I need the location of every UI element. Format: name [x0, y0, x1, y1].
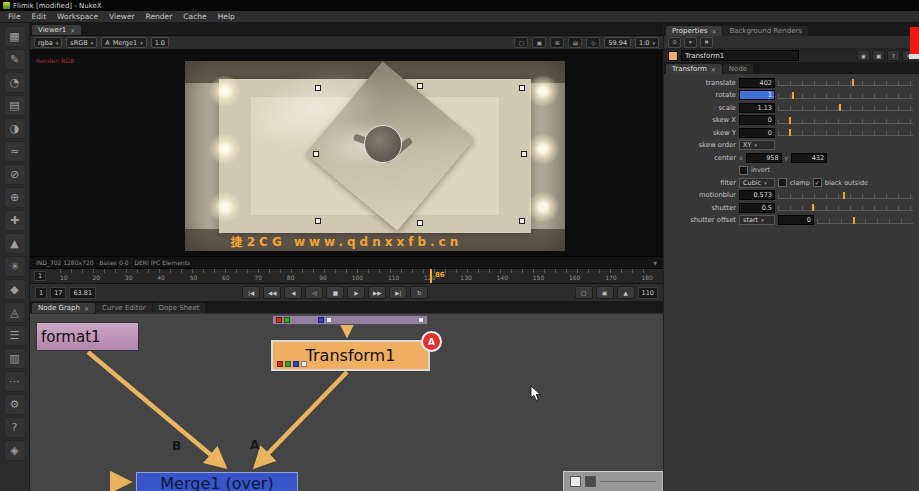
transport-field-0[interactable]: 1 [35, 287, 47, 299]
close-icon[interactable]: ✕ [711, 28, 716, 35]
expand-all-icon[interactable]: ▾ [684, 37, 697, 48]
loop-button[interactable]: ↻ [410, 286, 428, 299]
playhead[interactable] [430, 269, 432, 283]
close-icon[interactable]: ✕ [70, 27, 75, 34]
merge-icon[interactable]: ⊕ [4, 187, 26, 208]
keyer-icon[interactable]: ⊘ [4, 164, 26, 185]
menu-edit[interactable]: Edit [32, 12, 47, 21]
stop-button[interactable]: ■ [326, 286, 344, 299]
transport-right-field-0[interactable]: 110 [638, 287, 658, 299]
properties-tab-properties[interactable]: Properties✕ [666, 26, 722, 36]
param-tab-node[interactable]: Node [723, 64, 753, 74]
filter-icon[interactable]: ≈ [4, 141, 26, 162]
time-icon[interactable]: ◔ [4, 72, 26, 93]
views-icon[interactable]: ◬ [4, 302, 26, 323]
param-dropdown[interactable]: XY▾ [739, 140, 775, 150]
viewer-stage[interactable]: Render: RGB [30, 49, 663, 256]
play-forward-button[interactable]: ▶ [347, 286, 365, 299]
prev-keyframe-button[interactable]: ◀◀ [263, 286, 281, 299]
other-icon[interactable]: ⋯ [4, 371, 26, 392]
viewer-select-srgb[interactable]: sRGB▾ [66, 37, 97, 48]
node-merge1[interactable]: Merge1 (over) [136, 472, 298, 491]
frame-range-icon[interactable]: ▣ [596, 286, 614, 299]
gain-field[interactable]: 1.0 [151, 37, 169, 48]
mini-preview-window[interactable] [563, 471, 663, 491]
slider-handle[interactable] [792, 92, 794, 99]
slider-handle[interactable] [852, 79, 854, 86]
transform-handle[interactable] [519, 218, 525, 224]
extra-icon[interactable]: ◈ [4, 440, 26, 461]
deep-icon[interactable]: ◆ [4, 279, 26, 300]
param-value-field[interactable]: 1.13 [739, 103, 775, 113]
slider-handle[interactable] [789, 129, 791, 136]
menu-help[interactable]: Help [218, 12, 235, 21]
viewer-input-select[interactable]: AMerge1▾ [101, 37, 146, 48]
param-tab-transform[interactable]: Transform✕ [666, 64, 722, 74]
nodegraph-tab-node-graph[interactable]: Node Graph✕ [32, 303, 95, 313]
menu-viewer[interactable]: Viewer [109, 12, 135, 21]
transform-handle[interactable] [417, 83, 423, 89]
param-slider[interactable] [778, 103, 913, 112]
viewer-toolbar-icon-2[interactable]: ⊞ [550, 37, 564, 48]
nodegraph-tab-dope-sheet[interactable]: Dope Sheet [153, 303, 206, 313]
node-channels-bar[interactable] [272, 315, 428, 325]
settings-icon[interactable]: ⚙ [4, 394, 26, 415]
param-checkbox[interactable] [778, 178, 787, 187]
node-color-chip[interactable] [668, 51, 678, 61]
node-transform1[interactable]: Transform1 [271, 340, 430, 371]
param-slider[interactable] [778, 203, 913, 212]
zoom-select[interactable]: 1:0▾ [635, 37, 659, 48]
toolsets-icon[interactable]: ▥ [4, 348, 26, 369]
param-value-field[interactable]: 958 [746, 153, 782, 163]
go-start-button[interactable]: |◀ [242, 286, 260, 299]
param-value-field[interactable]: 1 [739, 90, 775, 100]
param-checkbox[interactable] [739, 166, 748, 175]
transform-handle[interactable] [315, 85, 321, 91]
close-icon[interactable]: ✕ [711, 66, 716, 73]
node-format1[interactable]: format1 [36, 322, 139, 351]
metadata-icon[interactable]: ☰ [4, 325, 26, 346]
param-dropdown[interactable]: start▾ [739, 215, 775, 225]
range-lock-icon[interactable]: ▢ [575, 286, 593, 299]
transform-icon[interactable]: ✚ [4, 210, 26, 231]
center-node-icon[interactable]: ◉ [857, 50, 870, 61]
param-value-field[interactable]: 0 [778, 215, 814, 225]
param-value-field[interactable]: 0 [739, 115, 775, 125]
viewer-toolbar-icon-4[interactable]: ◇ [586, 37, 600, 48]
properties-tab-background-renders[interactable]: Background Renders [723, 26, 808, 36]
transport-field-2[interactable]: 63.81 [69, 287, 96, 299]
param-value-field[interactable]: 402 [739, 78, 775, 88]
float-panel-icon[interactable]: ▣ [872, 50, 885, 61]
param-value-field[interactable]: 0.573 [739, 190, 775, 200]
step-forward-button[interactable]: ▶▶ [368, 286, 386, 299]
slider-handle[interactable] [853, 217, 855, 224]
transform-handle[interactable] [417, 220, 423, 226]
draw-icon[interactable]: ✎ [4, 49, 26, 70]
menu-render[interactable]: Render [146, 12, 173, 21]
particles-icon[interactable]: ✳ [4, 256, 26, 277]
frame-start-field[interactable]: 1 [34, 271, 46, 281]
node-name-field[interactable]: Transform1 [681, 50, 799, 61]
step-back-button[interactable]: ◀ [284, 286, 302, 299]
viewer-toolbar-icon-0[interactable]: ▢ [514, 37, 528, 48]
node-graph-canvas[interactable]: format1 Transform1 A B A Merge1 (over) [30, 313, 663, 491]
param-slider[interactable] [778, 116, 913, 125]
menu-file[interactable]: File [8, 12, 21, 21]
chevron-down-icon[interactable]: ▼ [653, 260, 657, 266]
param-dropdown[interactable]: Cubic▾ [739, 178, 775, 188]
slider-handle[interactable] [789, 117, 791, 124]
help-icon[interactable]: ? [4, 417, 26, 438]
transform-handle[interactable] [315, 218, 321, 224]
menu-workspace[interactable]: Workspace [57, 12, 98, 21]
help-icon[interactable]: ? [887, 50, 900, 61]
slider-handle[interactable] [843, 192, 845, 199]
nodegraph-tab-curve-editor[interactable]: Curve Editor [96, 303, 152, 313]
close-icon[interactable]: ✕ [84, 305, 89, 312]
param-checkbox[interactable]: ✓ [813, 178, 822, 187]
param-slider[interactable] [778, 128, 913, 137]
go-end-button[interactable]: ▶| [389, 286, 407, 299]
param-slider[interactable] [778, 78, 913, 87]
viewer-toolbar-icon-1[interactable]: ▣ [532, 37, 546, 48]
transform-handle[interactable] [313, 151, 319, 157]
transform-handle[interactable] [521, 151, 527, 157]
